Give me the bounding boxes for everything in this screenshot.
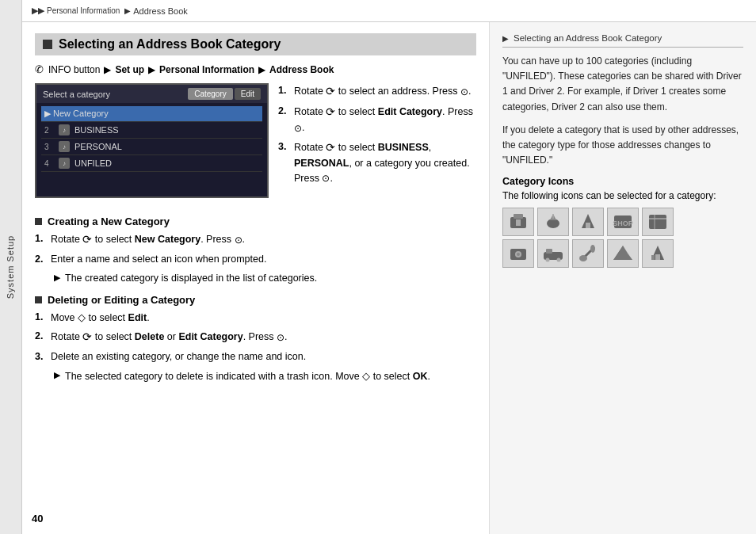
main-content: ▶▶ Personal Information ▶ Address Book S… <box>22 0 756 534</box>
step-1: 1. Rotate ⟳ to select an address. Press … <box>278 83 476 100</box>
deleting-step-2-content: Rotate ⟳ to select Delete or Edit Catego… <box>51 329 476 345</box>
press-icon-del: ⊙ <box>277 330 284 345</box>
rotate-icon-new: ⟳ <box>82 231 92 248</box>
cat-icon-8 <box>572 239 604 268</box>
step-1-num: 1. <box>278 83 291 98</box>
cat-icon-10 <box>642 239 674 268</box>
svg-rect-10 <box>649 215 666 229</box>
page-number: 40 <box>32 513 43 524</box>
step-2-bold: Edit Category <box>378 106 442 117</box>
breadcrumb-arrows: ▶▶ <box>32 6 44 16</box>
path-step0: INFO button <box>48 64 100 75</box>
creating-note: ▶ The created category is displayed in t… <box>54 271 476 286</box>
deleting-note-text: The selected category to delete is indic… <box>65 368 430 384</box>
deleting-step-3-num: 3. <box>35 349 48 364</box>
breadcrumb-sep1: ▶ <box>124 6 131 15</box>
screen-item-label-personal: PERSONAL <box>74 142 122 151</box>
creating-note-text: The created category is displayed in the… <box>65 271 317 286</box>
icon-row-1: SHOP <box>502 208 743 236</box>
creating-step-1-num: 1. <box>35 231 48 246</box>
right-section-title: ▶ Selecting an Address Book Category <box>502 33 743 48</box>
section-title-text: Selecting an Address Book Category <box>59 37 281 51</box>
deleting-note: ▶ The selected category to delete is ind… <box>54 368 476 384</box>
path-arrow3: ▶ <box>258 64 265 75</box>
icon-grid: SHOP <box>502 208 743 268</box>
screen-item-unfiled: 4 ♪ UNFILED <box>41 155 262 172</box>
svg-point-18 <box>546 258 550 262</box>
step-3-content: Rotate ⟳ to select BUSINESS, PERSONAL, o… <box>294 139 476 186</box>
screen-item-label-business: BUSINESS <box>74 125 119 135</box>
tab-edit[interactable]: Edit <box>235 88 261 100</box>
screen-item-business: 2 ♪ BUSINESS <box>41 122 262 139</box>
sub-section-square-icon2 <box>35 296 42 303</box>
path-arrow1: ▶ <box>104 64 111 75</box>
cat-icon-1 <box>502 208 534 236</box>
sidebar-label: System Setup <box>6 235 16 299</box>
screen-item-icon-unfiled: ♪ <box>59 158 70 169</box>
screen-item-new-label: ▶ New Category <box>44 109 109 119</box>
deleting-step-2: 2. Rotate ⟳ to select Delete or Edit Cat… <box>35 329 476 345</box>
creating-step-1: 1. Rotate ⟳ to select New Category. Pres… <box>35 231 476 248</box>
sub-section-creating-title: Creating a New Category <box>35 216 476 227</box>
screen-tabs: Category Edit <box>188 88 261 100</box>
new-category-bold: New Category <box>135 234 200 245</box>
screen-item-label-unfiled: UNFILED <box>74 158 112 168</box>
path-step2: Personal Information <box>159 64 254 75</box>
creating-step-2-content: Enter a name and select an icon when pro… <box>51 252 476 267</box>
ok-bold: OK <box>413 371 428 382</box>
joystick-icon-2: ◇ <box>362 370 370 382</box>
step-2-content: Rotate ⟳ to select Edit Category. Press … <box>294 104 476 135</box>
step-3-num: 3. <box>278 139 291 154</box>
cat-icon-5 <box>642 208 674 236</box>
svg-point-21 <box>579 255 587 261</box>
cat-icon-9 <box>607 239 639 268</box>
main-steps: 1. Rotate ⟳ to select an address. Press … <box>278 83 476 208</box>
deleting-step-1-content: Move ◇ to select Edit. <box>51 310 476 326</box>
left-column: Selecting an Address Book Category ✆ INF… <box>22 22 490 534</box>
step-3-bold2: PERSONAL <box>294 158 349 169</box>
path-arrow2: ▶ <box>148 64 155 75</box>
joystick-icon-1: ◇ <box>78 311 86 323</box>
category-icons-title: Category Icons <box>502 176 743 187</box>
press-icon-new: ⊙ <box>235 233 242 247</box>
sidebar: System Setup <box>0 0 22 534</box>
sub-section-deleting-label: Deleting or Editing a Category <box>48 294 195 306</box>
step-2: 2. Rotate ⟳ to select Edit Category. Pre… <box>278 104 476 135</box>
sub-section-creating: Creating a New Category 1. Rotate ⟳ to s… <box>35 216 476 286</box>
screen-item-icon-personal: ♪ <box>59 141 70 152</box>
screen-header: Select a category Category Edit <box>36 85 267 103</box>
edit-bold: Edit <box>128 312 147 323</box>
rotate-icon-2: ⟳ <box>326 104 335 120</box>
right-arrow-icon: ▶ <box>502 34 509 43</box>
screen-item-icon-business: ♪ <box>59 124 70 135</box>
svg-rect-26 <box>655 254 660 260</box>
icon-row-2 <box>502 239 743 268</box>
step-2-num: 2. <box>278 104 291 119</box>
tab-category[interactable]: Category <box>188 88 233 100</box>
breadcrumb-item-personal: Personal Information <box>47 6 120 15</box>
sub-section-creating-label: Creating a New Category <box>48 216 170 227</box>
step-3-bold1: BUSINESS <box>378 142 429 153</box>
note-arrow: ▶ <box>54 271 60 284</box>
breadcrumb-item-address: Address Book <box>133 6 187 16</box>
deleting-step-2-num: 2. <box>35 329 48 344</box>
deleting-step-3: 3. Delete an existing category, or chang… <box>35 349 476 364</box>
right-column: ▶ Selecting an Address Book Category You… <box>490 22 756 534</box>
path-line: ✆ INFO button ▶ Set up ▶ Personal Inform… <box>35 63 476 75</box>
press-icon-3: ⊙ <box>322 171 330 185</box>
cat-icon-7 <box>537 239 569 268</box>
path-step1: Set up <box>115 64 144 75</box>
press-icon-2: ⊙ <box>294 121 302 135</box>
creating-step-2: 2. Enter a name and select an icon when … <box>35 252 476 267</box>
rotate-icon-del: ⟳ <box>82 329 92 345</box>
right-section-title-text: Selecting an Address Book Category <box>514 33 662 43</box>
screenshot-box: Select a category Category Edit ▶ New Ca… <box>35 83 269 198</box>
svg-point-15 <box>517 253 520 256</box>
svg-rect-27 <box>651 255 655 260</box>
svg-rect-7 <box>586 223 590 228</box>
path-step3: Address Book <box>269 64 334 75</box>
cat-icon-3 <box>572 208 604 236</box>
section-title: Selecting an Address Book Category <box>35 33 476 55</box>
screen-item-num-4: 4 <box>44 159 54 168</box>
svg-rect-1 <box>514 214 523 219</box>
